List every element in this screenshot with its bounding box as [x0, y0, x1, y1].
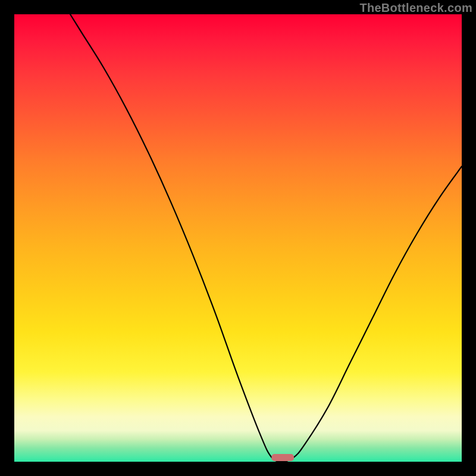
curve-svg — [14, 14, 462, 462]
bottleneck-curve — [14, 14, 462, 462]
plot-area — [14, 14, 462, 462]
minimum-marker — [271, 454, 294, 461]
watermark-label: TheBottleneck.com — [359, 1, 472, 15]
chart-frame: TheBottleneck.com — [0, 0, 476, 476]
